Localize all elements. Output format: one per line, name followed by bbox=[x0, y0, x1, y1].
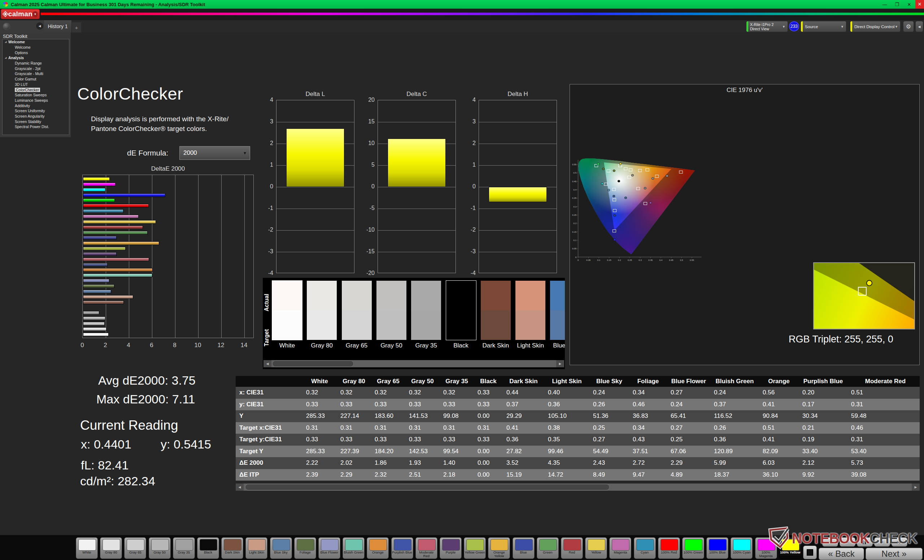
scroll-right-icon[interactable]: ▶ bbox=[912, 484, 920, 491]
minimize-icon[interactable]: — bbox=[879, 2, 891, 7]
patch-button-blue[interactable]: Blue bbox=[513, 537, 534, 559]
sidebar-item-welcome[interactable]: Welcome bbox=[3, 45, 69, 50]
table-row: x: CIE310.320.320.320.320.320.330.440.40… bbox=[236, 387, 920, 399]
patch-button-moderate-red[interactable]: Moderate Red bbox=[416, 537, 438, 559]
patch-color-chip bbox=[200, 539, 217, 551]
sidebar-menu-knob[interactable] bbox=[3, 23, 10, 30]
maximize-icon[interactable]: ❐ bbox=[891, 2, 903, 7]
table-scrollbar[interactable]: ◀ ▶ bbox=[236, 484, 920, 491]
patch-button-blue-flower[interactable]: Blue Flower bbox=[318, 537, 340, 559]
scroll-left-icon[interactable]: ◀ bbox=[264, 360, 272, 367]
sidebar-item-screen-stability[interactable]: Screen Stability bbox=[3, 119, 69, 124]
meter-dropdown[interactable]: X-Rite i1Pro 2Direct View ▼ bbox=[746, 21, 788, 32]
table-cell: 9.92 bbox=[799, 471, 848, 478]
sidebar-item-spectral-power-dist-[interactable]: Spectral Power Dist. bbox=[3, 124, 69, 130]
patch-button-bluish-green[interactable]: Bluish Green bbox=[342, 537, 364, 559]
sidebar-item-additivity[interactable]: Additivity bbox=[3, 103, 69, 108]
svg-text:0.35: 0.35 bbox=[648, 259, 652, 261]
sidebar-item-analysis[interactable]: ◢Analysis bbox=[3, 55, 69, 61]
source-dropdown[interactable]: Source ▼ bbox=[801, 21, 846, 32]
reading-x: x: 0.4401 bbox=[81, 437, 131, 451]
patch-button-red[interactable]: Red bbox=[561, 537, 583, 559]
sidebar-item-welcome[interactable]: ◢Welcome bbox=[3, 39, 69, 45]
patch-button-100-green[interactable]: 100% Green bbox=[682, 537, 704, 559]
table-cell: 53.40 bbox=[848, 448, 920, 455]
delta-ytick-label: 5 bbox=[359, 162, 375, 168]
sidebar-item-luminance-sweeps[interactable]: Luminance Sweeps bbox=[3, 98, 69, 103]
workflow-tree: ◢WelcomeWelcomeOptions◢AnalysisDynamic R… bbox=[2, 39, 69, 135]
patch-button-dark-skin[interactable]: Dark Skin bbox=[221, 537, 243, 559]
table-cell: 0.35 bbox=[544, 436, 590, 443]
deltae-gridline bbox=[129, 175, 129, 338]
patch-button-green[interactable]: Green bbox=[537, 537, 559, 559]
patch-button-100-cyan[interactable]: 100% Cyan bbox=[730, 537, 753, 559]
sidebar-item-screen-uniformity[interactable]: Screen Uniformity bbox=[3, 108, 69, 114]
add-tab-button[interactable]: + bbox=[72, 22, 81, 33]
logo-dropdown-icon[interactable]: ▼ bbox=[33, 11, 38, 17]
patch-label: Yellow bbox=[585, 551, 607, 554]
sidebar-item-grayscale-multi[interactable]: Grayscale - Multi bbox=[3, 71, 69, 76]
scroll-right-icon[interactable]: ▶ bbox=[556, 360, 564, 367]
sidebar-item-label: Screen Angularity bbox=[15, 114, 44, 118]
table-cell: 27.82 bbox=[503, 448, 544, 455]
patch-button-gray-50[interactable]: Gray 50 bbox=[149, 537, 171, 559]
scroll-left-icon[interactable]: ◀ bbox=[236, 484, 244, 491]
table-cell: 33.40 bbox=[799, 448, 848, 455]
sidebar-item-grayscale-2pt[interactable]: Grayscale - 2pt bbox=[3, 66, 69, 71]
cie-measured-marker bbox=[650, 202, 651, 204]
calman-menu-button[interactable]: calman ▼ bbox=[1, 9, 40, 19]
delta-ytick-label: 10 bbox=[359, 140, 375, 147]
panel-collapse-button[interactable]: ◀ bbox=[915, 21, 923, 32]
patch-button-orange-yellow[interactable]: Orange Yellow bbox=[488, 537, 510, 559]
deltae-bar-gray-50 bbox=[83, 316, 105, 320]
sidebar-item-3d-lut[interactable]: 3D LUT bbox=[3, 82, 69, 87]
delta-gridline bbox=[276, 252, 354, 252]
compare-scroll-thumb[interactable] bbox=[272, 361, 354, 367]
sidebar-item-saturation-sweeps[interactable]: Saturation Sweeps bbox=[3, 92, 69, 98]
patch-button-cyan[interactable]: Cyan bbox=[634, 537, 656, 559]
patch-button-100-blue[interactable]: 100% Blue bbox=[706, 537, 728, 559]
patch-button-orange[interactable]: Orange bbox=[367, 537, 389, 559]
tab-history-1[interactable]: History 1 bbox=[44, 20, 72, 33]
patch-label: Foliage bbox=[294, 551, 316, 554]
patch-button-yellow-green[interactable]: Yellow Green bbox=[464, 537, 486, 559]
table-scroll-thumb[interactable] bbox=[245, 484, 610, 490]
restore-icon[interactable]: ✕ bbox=[903, 2, 915, 7]
sidebar-item-dynamic-range[interactable]: Dynamic Range bbox=[3, 61, 69, 66]
patch-color-chip bbox=[515, 539, 533, 551]
sidebar-item-color-gamut[interactable]: Color Gamut bbox=[3, 76, 69, 82]
settings-gear-button[interactable]: ⚙ bbox=[903, 21, 914, 32]
patch-button-gray-80[interactable]: Gray 80 bbox=[100, 537, 122, 559]
display-control-dropdown[interactable]: Direct Display Control ▼ bbox=[850, 21, 900, 32]
patch-button-gray-35[interactable]: Gray 35 bbox=[173, 537, 195, 559]
sidebar-item-options[interactable]: Options bbox=[3, 50, 69, 55]
sidebar-item-screen-angularity[interactable]: Screen Angularity bbox=[3, 114, 69, 119]
patch-button-yellow[interactable]: Yellow bbox=[585, 537, 607, 559]
delta-l-title: Delta L bbox=[276, 91, 354, 98]
patch-button-magenta[interactable]: Magenta bbox=[609, 537, 631, 559]
table-cell: 0.37 bbox=[503, 401, 544, 408]
patch-button-white[interactable]: White bbox=[76, 537, 98, 559]
sidebar-collapse-icon[interactable]: ◀ bbox=[36, 22, 44, 30]
close-icon[interactable]: ✕ bbox=[915, 0, 924, 9]
patch-button-blue-sky[interactable]: Blue Sky bbox=[270, 537, 292, 559]
meter-count-badge[interactable]: 233 bbox=[789, 21, 799, 31]
patch-color-chip bbox=[563, 539, 581, 551]
compare-swatch-label: Gray 35 bbox=[411, 342, 441, 349]
patch-button-black[interactable]: Black bbox=[197, 537, 219, 559]
sidebar-item-colorchecker[interactable]: ColorChecker bbox=[3, 87, 69, 92]
patch-button-100-red[interactable]: 100% Red bbox=[658, 537, 680, 559]
cie-measured-marker bbox=[597, 163, 600, 165]
delta-gridline bbox=[479, 122, 556, 122]
delta-c-title: Delta C bbox=[378, 91, 456, 98]
rainbow-divider bbox=[41, 13, 924, 15]
patch-button-gray-65[interactable]: Gray 65 bbox=[124, 537, 146, 559]
calman-logo-text: calman bbox=[8, 10, 33, 18]
patch-color-chip bbox=[78, 539, 96, 551]
patch-button-purple[interactable]: Purple bbox=[440, 537, 462, 559]
patch-button-foliage[interactable]: Foliage bbox=[294, 537, 316, 559]
patch-button-light-skin[interactable]: Light Skin bbox=[245, 537, 267, 559]
patch-button-purplish-blue[interactable]: Purplish Blue bbox=[391, 537, 413, 559]
table-row: y: CIE310.330.330.330.330.330.330.370.36… bbox=[236, 399, 920, 410]
de-formula-select[interactable]: 2000 ▼ bbox=[179, 146, 250, 160]
